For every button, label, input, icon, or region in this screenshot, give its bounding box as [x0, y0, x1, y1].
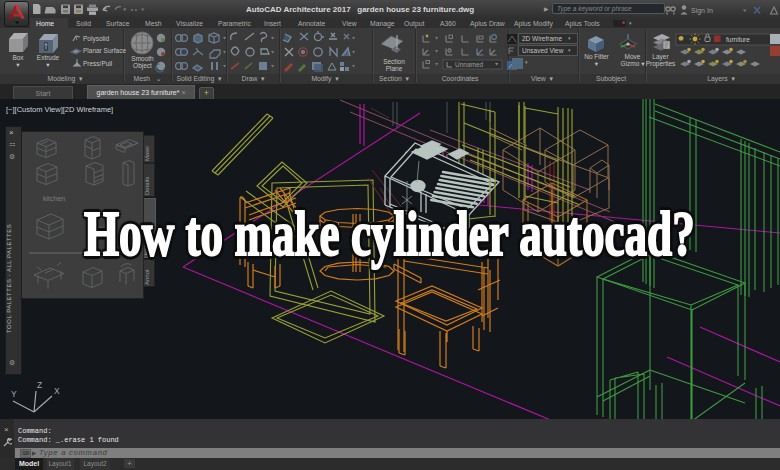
svg-text:Unnamed: Unnamed [455, 61, 484, 68]
svg-text:Z: Z [37, 380, 42, 390]
svg-text:Sign In: Sign In [691, 7, 713, 15]
svg-text:Y: Y [11, 389, 17, 399]
svg-text:X: X [54, 386, 60, 396]
